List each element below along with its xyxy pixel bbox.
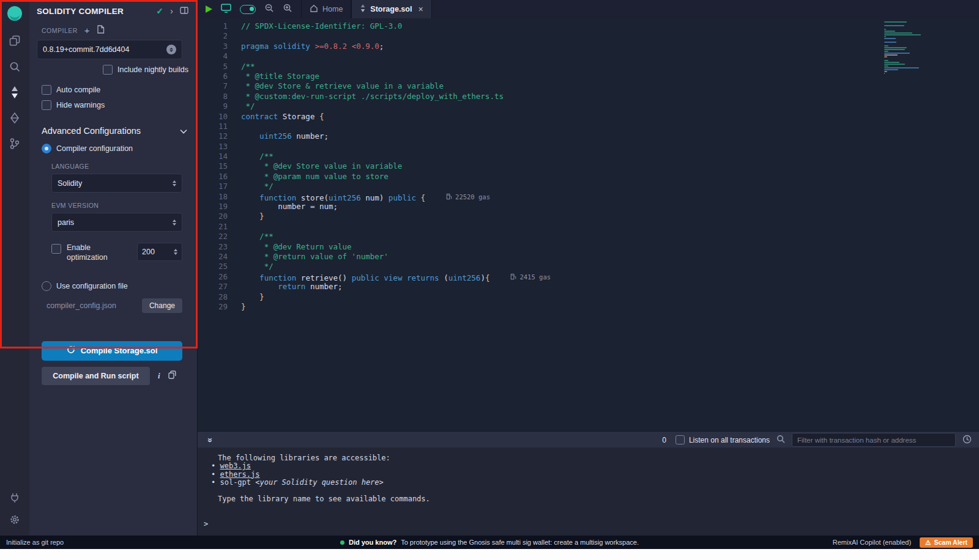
code-line: */	[241, 101, 921, 111]
use-config-file-label: Use configuration file	[56, 282, 128, 290]
line-number: 2	[197, 31, 228, 41]
minimap-line	[884, 51, 888, 52]
code-editor[interactable]: 1234567891011121314151617181920212223242…	[197, 18, 979, 431]
language-label: LANGUAGE	[51, 163, 182, 170]
enable-optimization-checkbox[interactable]	[51, 244, 61, 254]
auto-compile-checkbox[interactable]	[42, 85, 51, 95]
chevron-down-icon[interactable]	[180, 126, 187, 136]
code-line: /**	[241, 62, 921, 72]
line-number: 11	[197, 122, 228, 131]
line-number: 23	[197, 242, 228, 252]
scam-alert-badge[interactable]: ⚠ Scam Alert	[920, 537, 973, 548]
select-arrows-icon	[173, 219, 176, 226]
minimap-line	[884, 73, 885, 74]
terminal-list-item: • web3.js	[203, 462, 979, 470]
info-icon[interactable]: i	[158, 371, 160, 381]
line-number: 24	[197, 252, 228, 262]
search-icon[interactable]	[7, 61, 22, 73]
compiler-config-radio-label: Compiler configuration	[56, 144, 133, 153]
line-number: 15	[197, 161, 228, 171]
terminal-collapse-icon[interactable]: »	[206, 438, 215, 443]
add-compiler-icon[interactable]: +	[84, 28, 90, 34]
listen-transactions-checkbox[interactable]	[676, 435, 685, 444]
compile-run-button[interactable]: Compile and Run script	[42, 367, 150, 385]
open-file-icon[interactable]	[97, 25, 105, 35]
evm-version-select[interactable]: paris	[51, 213, 182, 232]
solidity-file-icon	[360, 4, 366, 14]
solidity-compiler-icon[interactable]	[7, 86, 22, 98]
include-nightly-checkbox[interactable]	[103, 65, 113, 75]
line-number: 20	[197, 212, 228, 221]
version-stepper-icon	[166, 45, 176, 54]
compiler-version-select[interactable]: 0.8.19+commit.7dd6d404	[37, 40, 182, 59]
editor-toggle-switch[interactable]	[240, 5, 256, 14]
zoom-in-icon[interactable]	[283, 3, 292, 15]
line-number: 28	[197, 292, 228, 302]
pending-clock-icon[interactable]	[962, 435, 972, 446]
plugin-manager-icon[interactable]	[7, 492, 22, 504]
terminal-prompt[interactable]: >	[203, 520, 979, 528]
solgpt-hint: <your Solidity question here>	[255, 478, 384, 487]
code-line: * @dev Return value	[241, 242, 921, 252]
git-init-status[interactable]: Initialize as git repo	[6, 539, 64, 546]
evm-version-value: paris	[58, 218, 74, 227]
spinner-arrows-icon[interactable]	[174, 249, 177, 255]
terminal-output[interactable]: The following libraries are accessible: …	[197, 448, 979, 536]
terminal-hint: Type the library name to see available c…	[203, 495, 979, 503]
use-config-file-radio[interactable]	[42, 281, 51, 291]
ethers-link[interactable]: ethers.js	[220, 470, 259, 479]
code-line: * @custom:dev-run-script ./scripts/deplo…	[241, 92, 921, 101]
copy-icon[interactable]	[168, 370, 176, 381]
line-number: 21	[197, 222, 228, 232]
did-you-know-tip: Did you know? To prototype using the Gno…	[340, 539, 639, 546]
filter-input[interactable]	[792, 433, 956, 447]
remix-logo-icon[interactable]	[6, 4, 24, 25]
bullet-icon: •	[211, 462, 215, 470]
run-script-play-icon[interactable]	[206, 6, 212, 13]
close-tab-icon[interactable]: ×	[418, 4, 423, 14]
terminal-toolbar: » 0 Listen on all transactions	[197, 431, 979, 448]
line-number: 29	[197, 302, 228, 312]
panel-title: SOLIDITY COMPILER	[37, 7, 124, 16]
settings-gear-icon[interactable]	[7, 514, 22, 526]
file-explorer-icon[interactable]	[7, 35, 22, 47]
minimap[interactable]	[884, 21, 928, 75]
line-number: 6	[197, 72, 228, 81]
editor-tabbar: Home Storage.sol ×	[197, 0, 979, 19]
include-nightly-label: Include nightly builds	[117, 65, 188, 74]
code-line: pragma solidity >=0.8.2 <0.9.0;	[241, 42, 921, 51]
zoom-out-icon[interactable]	[264, 3, 274, 15]
optimization-runs-input[interactable]: 200	[137, 243, 182, 261]
tab-storage-sol[interactable]: Storage.sol ×	[351, 0, 431, 18]
tab-home[interactable]: Home	[301, 0, 351, 18]
chevron-right-icon[interactable]: ›	[170, 8, 173, 14]
remix-ide: SOLIDITY COMPILER ✓ › COMPILER + 0.8.19+…	[0, 0, 979, 560]
git-icon[interactable]	[7, 138, 22, 150]
terminal-search-icon[interactable]	[776, 435, 785, 445]
compile-button[interactable]: Compile Storage.sol	[42, 341, 182, 361]
solidity-compiler-panel: SOLIDITY COMPILER ✓ › COMPILER + 0.8.19+…	[29, 0, 198, 536]
compiler-config-radio[interactable]	[42, 144, 51, 153]
code-line: // SPDX-License-Identifier: GPL-3.0	[241, 21, 921, 31]
minimap-line	[884, 67, 919, 68]
minimap-line	[884, 53, 910, 54]
listen-transactions-label: Listen on all transactions	[689, 436, 770, 444]
script-runner-monitor-icon[interactable]	[221, 4, 231, 15]
panel-layout-icon[interactable]	[180, 7, 188, 16]
refresh-icon	[67, 345, 75, 356]
tip-icon	[340, 540, 344, 545]
language-select[interactable]: Solidity	[51, 174, 182, 193]
compiler-label: COMPILER	[42, 27, 78, 34]
change-config-button[interactable]: Change	[142, 298, 182, 313]
code-line: */	[241, 182, 921, 191]
line-number: 10	[197, 112, 228, 122]
hide-warnings-label: Hide warnings	[56, 101, 105, 109]
minimap-line	[884, 25, 904, 26]
web3-link[interactable]: web3.js	[220, 462, 251, 470]
deploy-run-icon[interactable]	[7, 112, 22, 124]
compile-success-check-icon: ✓	[156, 6, 163, 16]
copilot-status[interactable]: RemixAI Copilot (enabled)	[833, 539, 911, 546]
line-number: 9	[197, 101, 228, 111]
code-line: number = num;	[241, 202, 921, 212]
hide-warnings-checkbox[interactable]	[42, 100, 51, 110]
